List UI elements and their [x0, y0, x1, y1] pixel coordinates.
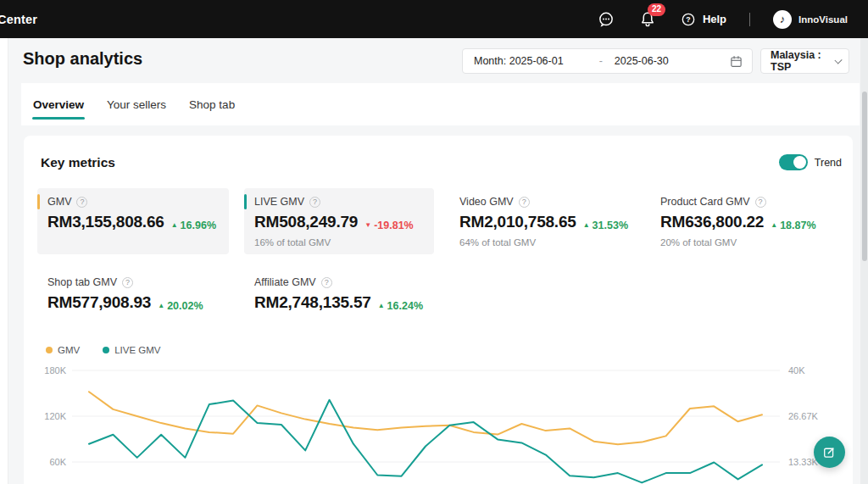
- metric-value: RM2,748,135.57: [254, 293, 371, 312]
- edit-icon: [822, 445, 837, 459]
- left-axis-tick: 180K: [44, 365, 66, 376]
- workspace-name: InnoVisual: [798, 14, 848, 25]
- arrow-up-icon: ▲: [583, 222, 590, 229]
- date-start: Month: 2025-06-01: [474, 55, 564, 67]
- right-axis-tick: 26.67K: [788, 411, 819, 421]
- metric-value: RM3,155,808.66: [47, 213, 164, 231]
- scrollbar-thumb[interactable]: [862, 92, 867, 261]
- metric-label: Shop tab GMV: [47, 276, 117, 288]
- metric-label: Product Card GMV: [660, 196, 750, 208]
- metric-delta-value: 18.87%: [780, 220, 815, 231]
- date-separator: -: [599, 55, 603, 67]
- scrollbar-track: [860, 38, 868, 484]
- key-metrics-title: Key metrics: [41, 155, 115, 170]
- notification-count-badge: 22: [648, 3, 665, 16]
- metric-label: Video GMV: [459, 196, 514, 208]
- info-icon[interactable]: ?: [519, 197, 530, 208]
- metric-delta: ▲20.02%: [158, 300, 203, 312]
- right-axis-tick: 40K: [788, 365, 805, 376]
- key-metrics-card: Key metrics Trend GMV?RM3,155,808.66▲16.…: [24, 136, 853, 484]
- info-icon[interactable]: ?: [309, 197, 320, 208]
- trend-toggle-label: Trend: [815, 157, 842, 169]
- legend-label: GMV: [58, 345, 80, 355]
- feedback-edit-fab[interactable]: [814, 437, 845, 468]
- series-line-gmv: [89, 392, 762, 444]
- metric-delta: ▲31.53%: [583, 220, 628, 231]
- info-icon[interactable]: ?: [321, 277, 332, 288]
- metric-share-of-total: 16% of total GMV: [254, 237, 426, 248]
- metric-share-of-total: 64% of total GMV: [459, 237, 626, 248]
- metric-value: RM2,010,758.65: [459, 213, 576, 231]
- metric-delta-value: 16.24%: [387, 300, 423, 312]
- legend-dot-icon: [46, 347, 53, 353]
- metric-accent-bar: [244, 194, 247, 209]
- metric-accent-bar: [37, 194, 40, 209]
- metric-card-live-gmv[interactable]: LIVE GMV?RM508,249.79▼-19.81%16% of tota…: [244, 188, 434, 254]
- metric-value: RM636,800.22: [660, 213, 764, 231]
- date-end: 2025-06-30: [615, 55, 669, 67]
- metric-delta: ▲18.87%: [771, 220, 815, 231]
- question-circle-icon: ?: [680, 11, 697, 28]
- series-line-live-gmv: [89, 400, 762, 483]
- help-label: Help: [703, 13, 726, 25]
- metric-card-product-card-gmv[interactable]: Product Card GMV?RM636,800.22▲18.87%20% …: [650, 188, 825, 254]
- metric-card-affiliate-gmv[interactable]: Affiliate GMV?RM2,748,135.57▲16.24%: [244, 269, 434, 319]
- tab-your-sellers[interactable]: Your sellers: [106, 83, 167, 125]
- arrow-down-icon: ▼: [364, 222, 371, 229]
- divider: [749, 13, 750, 26]
- arrow-up-icon: ▲: [158, 303, 164, 309]
- metric-delta-value: -19.81%: [374, 220, 414, 231]
- metric-card-video-gmv[interactable]: Video GMV?RM2,010,758.65▲31.53%64% of to…: [449, 188, 635, 254]
- metric-card-shop-tab-gmv[interactable]: Shop tab GMV?RM577,908.93▲20.02%: [37, 269, 229, 319]
- metric-label: LIVE GMV: [254, 196, 304, 208]
- chat-icon[interactable]: [597, 10, 615, 29]
- region-selector-value: Malaysia : TSP: [771, 49, 836, 73]
- calendar-icon: [730, 55, 743, 68]
- workspace-switcher[interactable]: ♪ InnoVisual: [773, 10, 848, 29]
- info-icon[interactable]: ?: [755, 197, 766, 208]
- metric-value: RM577,908.93: [47, 293, 151, 312]
- trend-chart: 180K40K120K26.67K60K13.33K: [24, 359, 853, 484]
- help-button[interactable]: ? Help: [680, 11, 726, 28]
- right-axis-tick: 13.33K: [788, 457, 819, 467]
- tab-shop-tab[interactable]: Shop tab: [188, 83, 236, 125]
- tab-overview[interactable]: Overview: [32, 83, 85, 125]
- metric-delta: ▲16.24%: [378, 300, 423, 312]
- metric-delta: ▼-19.81%: [364, 220, 413, 231]
- notifications-bell-icon[interactable]: 22: [638, 10, 657, 29]
- arrow-up-icon: ▲: [771, 222, 777, 229]
- metric-card-gmv[interactable]: GMV?RM3,155,808.66▲16.96%: [37, 188, 229, 254]
- top-bar: Center 22 ? Help ♪ InnoVisual: [0, 0, 868, 38]
- info-icon[interactable]: ?: [76, 197, 87, 208]
- info-icon[interactable]: ?: [122, 277, 133, 288]
- trend-toggle[interactable]: [779, 154, 808, 170]
- page-title: Shop analytics: [23, 49, 142, 69]
- legend-dot-icon: [103, 347, 109, 353]
- key-metrics-grid: GMV?RM3,155,808.66▲16.96%LIVE GMV?RM508,…: [37, 188, 839, 319]
- left-axis-tick: 120K: [44, 411, 66, 421]
- metric-label: Affiliate GMV: [254, 276, 316, 288]
- tiktok-logo-icon: ♪: [773, 10, 792, 29]
- metric-delta-value: 31.53%: [593, 220, 628, 231]
- metric-delta-value: 20.02%: [167, 300, 203, 312]
- left-axis-tick: 60K: [49, 457, 66, 467]
- chart-legend: GMVLIVE GMV: [46, 345, 184, 355]
- arrow-up-icon: ▲: [378, 303, 385, 309]
- svg-text:?: ?: [686, 15, 690, 24]
- region-selector[interactable]: Malaysia : TSP: [760, 48, 849, 74]
- metric-label: GMV: [47, 196, 71, 208]
- collapsed-sidebar-edge[interactable]: [0, 38, 8, 484]
- seller-center-brand[interactable]: Center: [0, 13, 37, 26]
- tabs: OverviewYour sellersShop tab: [21, 83, 860, 125]
- metric-value: RM508,249.79: [254, 213, 358, 231]
- date-range-picker[interactable]: Month: 2025-06-01 - 2025-06-30: [462, 48, 753, 74]
- metric-share-of-total: 20% of total GMV: [660, 237, 816, 248]
- metric-delta-value: 16.96%: [181, 220, 216, 231]
- toggle-knob: [793, 156, 806, 169]
- metric-delta: ▲16.96%: [171, 220, 216, 231]
- legend-item-gmv[interactable]: GMV: [46, 345, 80, 355]
- arrow-up-icon: ▲: [171, 222, 178, 229]
- legend-item-live-gmv[interactable]: LIVE GMV: [103, 345, 160, 355]
- legend-label: LIVE GMV: [114, 345, 160, 355]
